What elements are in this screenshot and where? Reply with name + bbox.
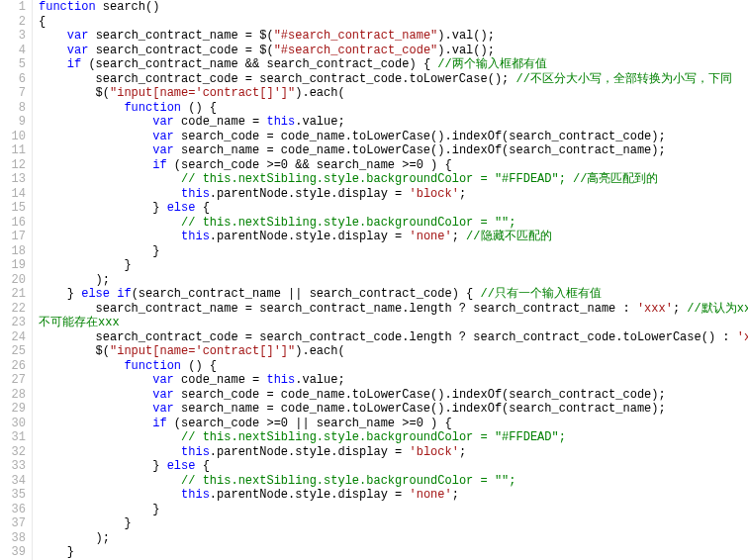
token-kw: function bbox=[124, 359, 181, 373]
code-line: var search_code = code_name.toLowerCase(… bbox=[39, 388, 748, 403]
line-number: 16 bbox=[4, 216, 26, 231]
token-var: $( bbox=[96, 86, 110, 100]
token-com: //两个输入框都有值 bbox=[437, 57, 546, 71]
line-number: 31 bbox=[4, 430, 26, 445]
line-number: 8 bbox=[4, 101, 26, 116]
code-line: { bbox=[39, 15, 748, 30]
token-var: ).val(); bbox=[437, 29, 495, 43]
token-kw: var bbox=[152, 130, 174, 143]
code-line: if (search_code >=0 && search_name >=0 )… bbox=[39, 158, 748, 173]
token-punc: () bbox=[145, 0, 159, 14]
token-var: (search_contract_name && search_contract… bbox=[88, 57, 437, 71]
token-var: ); bbox=[96, 273, 110, 287]
code-line: // this.nextSibling.style.backgroundColo… bbox=[39, 172, 748, 187]
line-number: 28 bbox=[4, 388, 26, 403]
token-var: $( bbox=[96, 344, 110, 358]
line-number: 35 bbox=[4, 488, 26, 503]
token-com: // this.nextSibling.style.backgroundColo… bbox=[181, 216, 515, 230]
token-kw: var bbox=[67, 44, 89, 57]
code-line: $("input[name='contract[]']").each( bbox=[39, 86, 748, 101]
line-number: 14 bbox=[4, 187, 26, 202]
line-number: 39 bbox=[4, 545, 26, 560]
code-line: function search() bbox=[39, 0, 748, 15]
token-var: search_name = code_name.toLowerCase().in… bbox=[181, 402, 666, 416]
token-var: ).each( bbox=[295, 86, 344, 100]
code-line: search_contract_code = search_contract_c… bbox=[39, 330, 748, 345]
token-com: // this.nextSibling.style.backgroundColo… bbox=[181, 430, 566, 444]
code-line: var search_contract_name = $("#search_co… bbox=[39, 29, 748, 44]
line-number-gutter: 1234567891011121314151617181920212223242… bbox=[0, 0, 33, 560]
token-var: { bbox=[203, 201, 210, 215]
token-var: } bbox=[152, 201, 166, 215]
line-number: 38 bbox=[4, 531, 26, 546]
token-var: ).val(); bbox=[437, 44, 495, 57]
line-number: 5 bbox=[4, 57, 26, 72]
line-number: 26 bbox=[4, 359, 26, 374]
line-number: 10 bbox=[4, 130, 26, 144]
line-number: 24 bbox=[4, 330, 26, 345]
token-this: this bbox=[181, 230, 210, 243]
code-line: var search_contract_code = $("#search_co… bbox=[39, 44, 748, 58]
line-number: 1 bbox=[4, 0, 26, 15]
code-line: var code_name = this.value; bbox=[39, 373, 748, 388]
token-str: "input[name='contract[]']" bbox=[110, 86, 295, 100]
token-var: ; bbox=[452, 488, 459, 502]
line-number: 32 bbox=[4, 445, 26, 460]
line-number: 25 bbox=[4, 344, 26, 359]
code-line: if (search_code >=0 || search_name >=0 )… bbox=[39, 417, 748, 431]
line-number: 13 bbox=[4, 172, 26, 187]
token-var: } bbox=[124, 258, 131, 272]
token-kw: if bbox=[152, 417, 166, 430]
token-kw: var bbox=[152, 402, 174, 416]
line-number: 11 bbox=[4, 143, 26, 158]
code-line: if (search_contract_name && search_contr… bbox=[39, 57, 748, 72]
code-line: this.parentNode.style.display = 'block'; bbox=[39, 445, 748, 460]
token-kw: var bbox=[67, 29, 89, 43]
token-var: (search_contract_name || search_contract… bbox=[132, 287, 481, 301]
code-line: this.parentNode.style.display = 'none'; bbox=[39, 488, 748, 503]
token-var: } bbox=[124, 516, 131, 530]
token-var: ; bbox=[452, 230, 466, 243]
token-fn: search bbox=[103, 0, 145, 14]
token-this: this bbox=[181, 488, 210, 502]
code-line: ); bbox=[39, 273, 748, 288]
token-var: .parentNode.style.display = bbox=[210, 445, 410, 459]
token-var: .parentNode.style.display = bbox=[210, 230, 410, 243]
token-kw: function bbox=[124, 101, 181, 115]
token-var: search_contract_code = $( bbox=[96, 44, 274, 57]
code-line: } bbox=[39, 503, 748, 517]
token-var: ); bbox=[96, 531, 110, 545]
token-this: this bbox=[266, 373, 295, 387]
code-line: } bbox=[39, 244, 748, 259]
token-var: search_contract_name = search_contract_n… bbox=[96, 302, 637, 316]
token-var: .value; bbox=[295, 115, 344, 129]
token-var: code_name = bbox=[181, 373, 266, 387]
line-number: 6 bbox=[4, 72, 26, 87]
code-line: function () { bbox=[39, 359, 748, 374]
code-line: } bbox=[39, 545, 748, 560]
token-str: 'xxx' bbox=[737, 330, 748, 344]
code-snippet-container: 1234567891011121314151617181920212223242… bbox=[0, 0, 748, 560]
line-number: 33 bbox=[4, 459, 26, 474]
token-var: .parentNode.style.display = bbox=[210, 488, 410, 502]
token-kw: else if bbox=[81, 287, 131, 301]
code-line: this.parentNode.style.display = 'none'; … bbox=[39, 230, 748, 244]
token-this: this bbox=[266, 115, 295, 129]
token-var: } bbox=[152, 244, 159, 258]
line-number: 19 bbox=[4, 258, 26, 273]
token-com: // this.nextSibling.style.backgroundColo… bbox=[181, 172, 658, 186]
token-var: (search_code >=0 || search_name >=0 ) { bbox=[174, 417, 452, 430]
line-number: 3 bbox=[4, 29, 26, 44]
code-line: // this.nextSibling.style.backgroundColo… bbox=[39, 474, 748, 489]
token-kw: var bbox=[152, 373, 174, 387]
line-number: 20 bbox=[4, 273, 26, 288]
token-var: .parentNode.style.display = bbox=[210, 187, 410, 201]
token-com: //隐藏不匹配的 bbox=[466, 230, 551, 243]
token-kw: var bbox=[152, 388, 174, 402]
code-line: $("input[name='contract[]']").each( bbox=[39, 344, 748, 359]
line-number: 27 bbox=[4, 373, 26, 388]
token-var: ; bbox=[459, 445, 466, 459]
line-number: 7 bbox=[4, 86, 26, 101]
code-line: } else { bbox=[39, 459, 748, 474]
code-line: 不可能存在xxx bbox=[39, 316, 748, 330]
